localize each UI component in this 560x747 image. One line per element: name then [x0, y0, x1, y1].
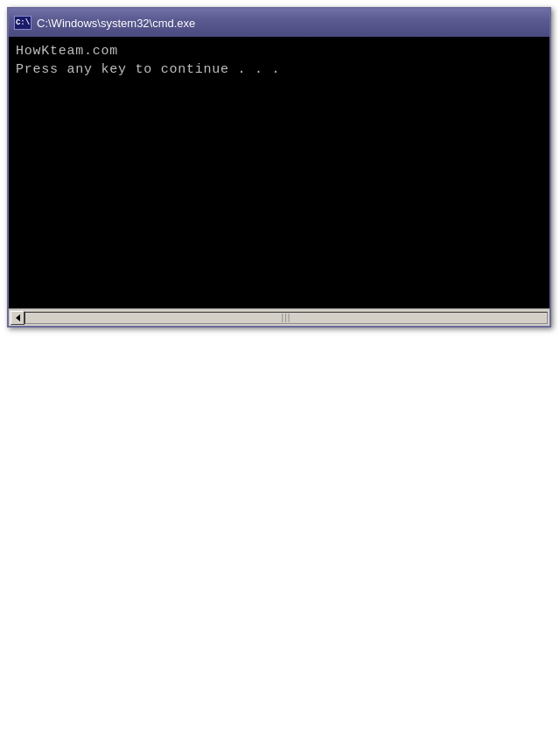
scroll-thumb: |||: [282, 313, 291, 322]
window-title: C:\Windows\system32\cmd.exe: [37, 17, 544, 30]
title-bar: C:\ C:\Windows\system32\cmd.exe: [9, 9, 550, 37]
cmd-icon: C:\: [14, 16, 32, 30]
horizontal-scrollbar[interactable]: |||: [9, 308, 550, 326]
terminal-line-1: HowKteam.com: [16, 42, 542, 60]
terminal-area[interactable]: HowKteam.com Press any key to continue .…: [9, 37, 550, 308]
terminal-line-2: Press any key to continue . . .: [16, 60, 542, 79]
cmd-window: C:\ C:\Windows\system32\cmd.exe HowKteam…: [7, 7, 551, 328]
cmd-icon-label: C:\: [16, 19, 30, 27]
scroll-left-arrow[interactable]: [10, 311, 24, 325]
scroll-track[interactable]: |||: [24, 312, 548, 324]
